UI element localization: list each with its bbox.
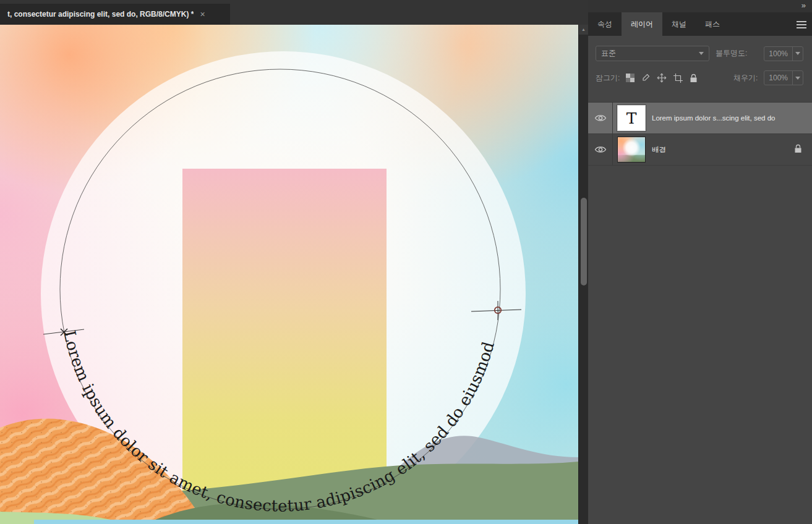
chevron-down-icon	[699, 52, 704, 55]
artwork-overlay: Lorem ipsum dolor sit amet, consectetur …	[0, 25, 578, 524]
tab-channels[interactable]: 채널	[662, 12, 696, 36]
opacity-value: 100%	[764, 49, 792, 58]
layer-row-text[interactable]: T Lorem ipsum dolor s...scing elit, sed …	[588, 103, 812, 134]
tab-layers[interactable]: 레이어	[622, 12, 662, 36]
background-layer-thumbnail[interactable]	[618, 137, 645, 162]
visibility-toggle[interactable]	[588, 134, 613, 165]
visibility-toggle[interactable]	[588, 103, 613, 133]
layers-panel: » 속성 레이어 채널 패스 표준 불투명도: 100% 잠그기:	[588, 0, 812, 524]
fill-value: 100%	[764, 74, 792, 82]
layer-row-background[interactable]: 배경	[588, 134, 812, 166]
lock-artboard-icon[interactable]	[673, 74, 683, 83]
blue-strip	[34, 520, 578, 524]
blend-mode-dropdown[interactable]: 표준	[596, 46, 709, 61]
expand-panels-icon[interactable]: »	[801, 1, 805, 10]
panel-tab-bar: 속성 레이어 채널 패스	[588, 12, 812, 36]
canvas-vertical-scrollbar[interactable]: ▲	[578, 25, 588, 524]
eye-icon	[594, 114, 607, 122]
panel-menu-icon[interactable]	[797, 21, 806, 30]
lock-all-icon[interactable]	[690, 74, 698, 83]
close-icon[interactable]: ×	[200, 9, 205, 19]
chevron-down-icon	[795, 52, 800, 55]
lock-paint-brush-icon[interactable]	[641, 74, 650, 82]
tab-properties[interactable]: 속성	[588, 12, 622, 36]
panel-top-strip: »	[588, 0, 812, 12]
layer-lock-icon	[794, 144, 802, 156]
fill-input[interactable]: 100%	[764, 70, 803, 85]
layer-list: T Lorem ipsum dolor s...scing elit, sed …	[588, 102, 812, 166]
path-end-anchor[interactable]	[471, 301, 521, 320]
layer-controls: 표준 불투명도: 100% 잠그기:	[588, 36, 812, 85]
canvas[interactable]: Lorem ipsum dolor sit amet, consectetur …	[0, 25, 578, 524]
scrollbar-thumb[interactable]	[581, 198, 587, 285]
scroll-up-icon[interactable]: ▲	[579, 25, 588, 35]
fill-label: 채우기:	[733, 73, 758, 83]
tab-paths[interactable]: 패스	[696, 12, 729, 36]
lock-move-icon[interactable]	[657, 73, 667, 83]
layer-name[interactable]: Lorem ipsum dolor s...scing elit, sed do	[652, 114, 812, 122]
photoshop-window: t, consectetur adipiscing elit, sed do, …	[0, 0, 812, 524]
lock-label: 잠그기:	[596, 73, 620, 83]
document-tab[interactable]: t, consectetur adipiscing elit, sed do, …	[0, 4, 230, 25]
document-tab-bar: t, consectetur adipiscing elit, sed do, …	[0, 0, 589, 25]
blend-mode-value: 표준	[601, 48, 616, 59]
opacity-label: 불투명도:	[716, 48, 747, 59]
text-layer-thumbnail[interactable]: T	[618, 106, 645, 130]
layer-name[interactable]: 배경	[652, 145, 794, 154]
chevron-down-icon	[795, 77, 800, 80]
gradient-rectangle-shape	[182, 169, 387, 492]
document-tab-title: t, consectetur adipiscing elit, sed do, …	[7, 10, 194, 19]
eye-icon	[594, 145, 607, 154]
lock-icon-group	[626, 73, 698, 83]
opacity-input[interactable]: 100%	[764, 46, 803, 61]
lock-transparency-icon[interactable]	[626, 74, 635, 82]
